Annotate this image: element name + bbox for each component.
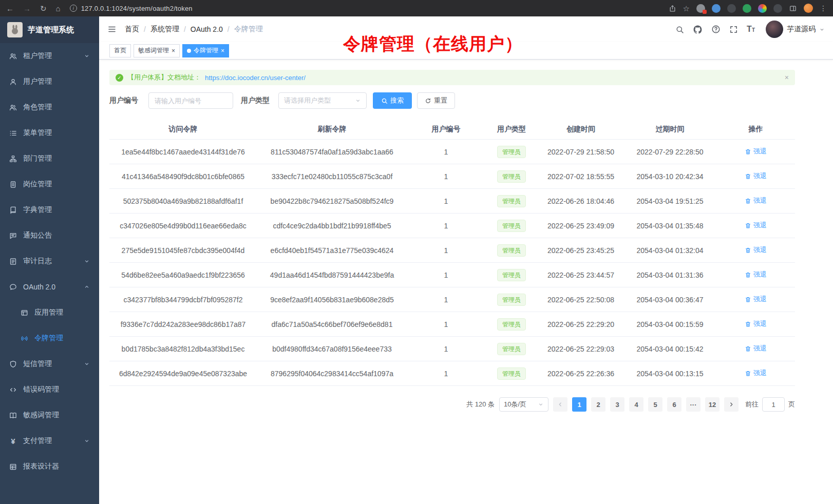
goto-page-input[interactable] (762, 397, 785, 412)
sidebar-item-audit-log[interactable]: 审计日志 (0, 248, 99, 274)
doc-link[interactable]: https://doc.iocoder.cn/user-center/ (205, 74, 306, 82)
force-logout-button[interactable]: 强退 (745, 369, 767, 378)
breadcrumb-item[interactable]: 系统管理 (150, 25, 179, 34)
sidebar-item-notice[interactable]: 通知公告 (0, 223, 99, 248)
github-icon[interactable] (693, 25, 703, 34)
sidebar-item-user[interactable]: 用户管理 (0, 69, 99, 94)
extension-icon-2[interactable] (712, 4, 721, 13)
extension-badge (703, 10, 707, 14)
user-dropdown[interactable]: 芋道源码 (766, 21, 825, 38)
sidebar-item-department[interactable]: 部门管理 (0, 146, 99, 171)
reset-button[interactable]: 重置 (417, 92, 455, 109)
navbar-right: TT 芋道源码 (675, 21, 825, 38)
pay-icon: ¥ (9, 437, 17, 445)
force-logout-button[interactable]: 强退 (745, 319, 767, 328)
expire-time-cell: 2022-07-29 22:28:50 (623, 148, 716, 156)
prev-page-button[interactable] (553, 397, 567, 412)
extension-icon-5[interactable] (758, 4, 767, 13)
action-cell: 强退 (716, 369, 795, 378)
address-bar[interactable]: i 127.0.0.1:1024/system/oauth2/token (70, 5, 669, 12)
tab-label: 首页 (114, 46, 126, 55)
page-more-button[interactable]: ··· (686, 397, 701, 412)
sidebar-item-sensitive-word[interactable]: 敏感词管理 (0, 402, 99, 428)
sidebar-item-oauth[interactable]: OAuth 2.0 (0, 274, 99, 300)
alert-close-icon[interactable]: × (785, 73, 789, 82)
user-id-cell: 1 (407, 148, 485, 156)
sidebar-item-post[interactable]: 岗位管理 (0, 171, 99, 197)
sidebar-item-app-manage[interactable]: 应用管理 (0, 300, 99, 325)
sidebar-item-token-manage[interactable]: 令牌管理 (0, 325, 99, 351)
sidebar-item-tenant[interactable]: 租户管理 (0, 43, 99, 69)
page-size-select[interactable]: 10条/页 (499, 397, 548, 412)
home-icon[interactable]: ⌂ (56, 5, 61, 12)
access-token-cell: f9336e7c7dd242a283ee98dc86b17a87 (109, 320, 257, 328)
split-view-icon[interactable] (789, 5, 797, 12)
delete-icon (745, 173, 751, 180)
delete-icon (745, 272, 751, 278)
bookmark-star-icon[interactable]: ☆ (683, 5, 690, 12)
share-icon[interactable] (669, 5, 676, 12)
col-access-token: 访问令牌 (109, 125, 257, 134)
page-button-2[interactable]: 2 (591, 397, 605, 412)
back-icon[interactable]: ← (6, 5, 14, 12)
success-check-icon: ✓ (116, 74, 123, 82)
fullscreen-icon[interactable] (729, 25, 738, 34)
font-size-icon[interactable]: TT (747, 25, 755, 34)
goto-suffix: 页 (788, 400, 795, 409)
force-logout-button[interactable]: 强退 (745, 295, 767, 304)
user-type-badge: 管理员 (497, 195, 526, 207)
extension-icon-6[interactable] (773, 4, 782, 13)
next-page-button[interactable] (724, 397, 739, 412)
tab-home[interactable]: 首页 (109, 44, 131, 57)
chevron-down-icon (355, 98, 361, 104)
col-expire-time: 过期时间 (623, 125, 716, 134)
sidebar-item-menu[interactable]: 菜单管理 (0, 120, 99, 146)
create-time-cell: 2022-06-25 22:29:03 (538, 345, 623, 353)
force-logout-button[interactable]: 强退 (745, 344, 767, 353)
app-logo[interactable]: 芋道管理系统 (0, 16, 99, 43)
breadcrumb-item[interactable]: OAuth 2.0 (191, 25, 223, 33)
sidebar-item-role[interactable]: 角色管理 (0, 94, 99, 120)
sidebar-item-error-code[interactable]: 错误码管理 (0, 377, 99, 402)
force-logout-button[interactable]: 强退 (745, 270, 767, 279)
user-id-input[interactable] (148, 92, 233, 109)
page-button-5[interactable]: 5 (648, 397, 662, 412)
browser-menu-icon[interactable]: ⋮ (820, 5, 827, 12)
user-type-cell: 管理员 (485, 146, 538, 158)
forward-icon[interactable]: → (23, 5, 31, 12)
close-icon[interactable]: × (221, 47, 224, 54)
search-icon[interactable] (675, 25, 684, 34)
tab-sensitive-word[interactable]: 敏感词管理 × (134, 44, 180, 57)
force-logout-button[interactable]: 强退 (745, 147, 767, 156)
user-type-select[interactable]: 请选择用户类型 (278, 92, 367, 109)
extension-icon-4[interactable] (743, 4, 751, 13)
page-button-12[interactable]: 12 (705, 397, 720, 412)
browser-profile-avatar[interactable] (804, 4, 813, 13)
force-logout-button[interactable]: 强退 (745, 245, 767, 255)
tab-token-manage[interactable]: 令牌管理 × (182, 44, 229, 57)
table-row: f9336e7c7dd242a283ee98dc86b17a87 dfa6c71… (109, 312, 795, 337)
force-logout-button[interactable]: 强退 (745, 221, 767, 230)
search-button[interactable]: 搜索 (373, 92, 412, 109)
extension-icon-1[interactable] (696, 4, 705, 13)
page-button-6[interactable]: 6 (667, 397, 681, 412)
sidebar-item-pay[interactable]: ¥ 支付管理 (0, 428, 99, 454)
create-time-cell: 2022-06-25 22:26:36 (538, 370, 623, 378)
help-icon[interactable] (711, 25, 721, 34)
page-button-1[interactable]: 1 (572, 397, 586, 412)
page-button-3[interactable]: 3 (610, 397, 624, 412)
sidebar-item-dictionary[interactable]: 字典管理 (0, 197, 99, 223)
reload-icon[interactable]: ↻ (40, 5, 47, 12)
access-token-cell: b0d1785bc3a8482f812db4a3f3bd15ec (109, 345, 257, 353)
sidebar-item-report-designer[interactable]: 报表设计器 (0, 454, 99, 479)
extension-icon-3[interactable] (727, 4, 736, 13)
hamburger-icon[interactable] (107, 25, 117, 34)
force-logout-button[interactable]: 强退 (745, 171, 767, 181)
close-icon[interactable]: × (172, 47, 175, 54)
breadcrumb-item[interactable]: 首页 (125, 25, 139, 34)
sidebar-item-sms[interactable]: 短信管理 (0, 351, 99, 377)
delete-icon (745, 345, 751, 352)
force-logout-button[interactable]: 强退 (745, 196, 767, 205)
site-info-icon[interactable]: i (70, 5, 77, 12)
page-button-4[interactable]: 4 (629, 397, 643, 412)
